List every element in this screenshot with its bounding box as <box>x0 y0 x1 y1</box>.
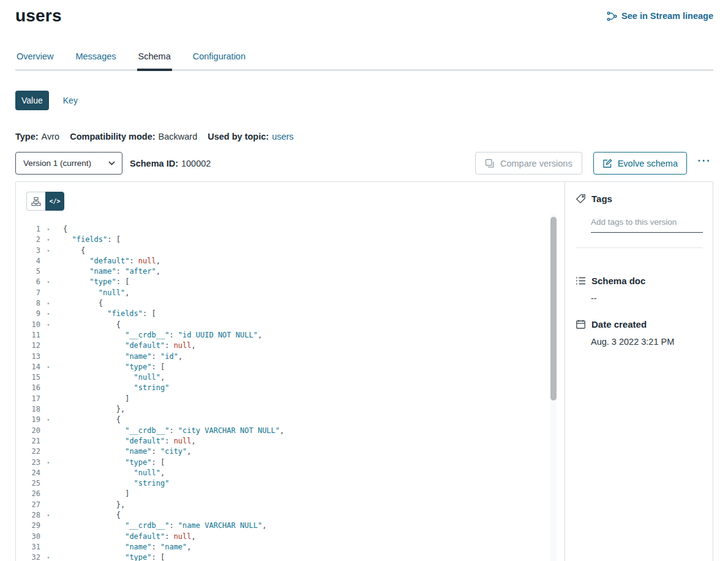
line-number: 17 <box>16 394 40 404</box>
line-number: 4 <box>16 256 40 266</box>
type-label: Type: <box>15 132 39 141</box>
code-text: ] <box>53 394 129 404</box>
code-line: 17 ] <box>16 394 565 404</box>
topic-link[interactable]: users <box>272 132 293 141</box>
page-header: users See in Stream lineage <box>15 0 713 27</box>
more-options-button[interactable]: ⋯ <box>694 154 713 173</box>
line-number: 6 <box>16 277 40 287</box>
code-text: "default": null, <box>53 532 196 542</box>
value-toggle-button[interactable]: Value <box>15 91 49 110</box>
code-line: 11 "__crdb__": "id UUID NOT NULL", <box>16 330 565 341</box>
tree-view-button[interactable] <box>26 192 45 211</box>
code-text: "__crdb__": "id UUID NOT NULL", <box>53 330 262 341</box>
fold-toggle-icon[interactable]: ▾ <box>43 309 53 319</box>
version-select[interactable]: Version 1 (current) <box>15 152 122 175</box>
code-line: 6▾ "type": [ <box>16 277 565 287</box>
tab-schema[interactable]: Schema <box>137 51 172 69</box>
code-text: "fields": [ <box>53 235 121 245</box>
fold-toggle-icon[interactable]: ▾ <box>43 320 53 330</box>
schema-id-label: Schema ID: <box>130 159 178 168</box>
code-line: 14▾ "type": [ <box>16 362 565 372</box>
fold-spacer <box>43 266 53 277</box>
tab-bar: Overview Messages Schema Configuration <box>15 51 713 71</box>
fold-toggle-icon[interactable]: ▾ <box>43 457 53 468</box>
line-number: 5 <box>16 266 40 277</box>
schema-doc-title: Schema doc <box>591 276 645 286</box>
fold-spacer <box>43 394 53 404</box>
compatibility-label: Compatibility mode: <box>70 132 155 141</box>
schema-doc-value: -- <box>591 293 703 303</box>
fold-spacer <box>43 352 53 362</box>
chevron-down-icon <box>108 161 115 165</box>
schema-meta: Type:Avro Compatibility mode:Backward Us… <box>15 132 713 141</box>
schema-doc-section: Schema doc -- <box>576 276 703 303</box>
line-number: 31 <box>16 542 40 552</box>
fold-toggle-icon[interactable]: ▾ <box>43 362 53 372</box>
code-text: "__crdb__": "city VARCHAR NOT NULL", <box>53 426 284 436</box>
fold-spacer <box>43 489 53 499</box>
version-select-value: Version 1 (current) <box>23 159 91 168</box>
code-text: { <box>53 298 103 309</box>
code-text: "string" <box>53 478 169 489</box>
code-line: 10▾ { <box>16 320 565 330</box>
date-created-value: Aug. 3 2022 3:21 PM <box>591 337 703 347</box>
fold-toggle-icon[interactable]: ▾ <box>43 552 53 561</box>
compatibility-value: Backward <box>159 132 198 141</box>
line-number: 25 <box>16 478 40 489</box>
code-line: 20 "__crdb__": "city VARCHAR NOT NULL", <box>16 426 565 436</box>
fold-toggle-icon[interactable]: ▾ <box>43 246 53 256</box>
scrollbar-thumb[interactable] <box>550 217 557 401</box>
line-number: 20 <box>16 426 40 436</box>
key-value-toggle: Value Key <box>15 91 713 110</box>
evolve-schema-button[interactable]: Evolve schema <box>593 152 687 175</box>
fold-spacer <box>43 542 53 552</box>
code-text: "name": "after", <box>53 266 160 277</box>
compare-versions-button[interactable]: Compare versions <box>475 152 582 175</box>
code-text: { <box>53 510 121 521</box>
tab-configuration[interactable]: Configuration <box>192 51 247 69</box>
code-text: }, <box>53 404 125 415</box>
topic-label: Used by topic: <box>208 132 269 141</box>
code-line: 4 "default": null, <box>16 256 565 266</box>
stream-lineage-link[interactable]: See in Stream lineage <box>607 11 713 21</box>
line-number: 3 <box>16 246 40 256</box>
code-text: "default": null, <box>53 436 196 446</box>
line-number: 27 <box>16 500 40 510</box>
code-text: "type": [ <box>53 457 165 468</box>
type-meta: Type:Avro <box>15 132 59 141</box>
code-line: 32▾ "type": [ <box>16 552 565 561</box>
code-line: 16 "string" <box>16 383 565 393</box>
fold-toggle-icon[interactable]: ▾ <box>43 235 53 245</box>
fold-toggle-icon[interactable]: ▾ <box>43 415 53 425</box>
code-text: "default": null, <box>53 341 196 351</box>
fold-toggle-icon[interactable]: ▾ <box>43 510 53 521</box>
code-line: 26 ] <box>16 489 565 499</box>
fold-spacer <box>43 383 53 393</box>
tags-input[interactable] <box>591 217 703 233</box>
code-text: "default": null, <box>53 256 160 266</box>
line-number: 1 <box>16 224 40 235</box>
fold-toggle-icon[interactable]: ▾ <box>43 224 53 235</box>
code-view-button[interactable]: </> <box>45 192 64 211</box>
code-text: { <box>53 320 121 330</box>
fold-toggle-icon[interactable]: ▾ <box>43 277 53 287</box>
code-line: 23▾ "type": [ <box>16 457 565 468</box>
tab-overview[interactable]: Overview <box>15 51 54 69</box>
schema-controls: Version 1 (current) Schema ID:100002 Com… <box>15 152 713 175</box>
code-line: 7 "null", <box>16 288 565 298</box>
code-text: ] <box>53 489 129 499</box>
stream-lineage-label: See in Stream lineage <box>621 11 713 21</box>
fold-spacer <box>43 256 53 266</box>
editor-view-toggle: </> <box>16 182 565 211</box>
line-number: 14 <box>16 362 40 372</box>
key-toggle-button[interactable]: Key <box>63 96 78 105</box>
line-number: 32 <box>16 552 40 561</box>
code-text: { <box>53 246 85 256</box>
editor-scrollbar[interactable] <box>550 214 557 561</box>
fold-toggle-icon[interactable]: ▾ <box>43 298 53 309</box>
code-line: 13 "name": "id", <box>16 352 565 362</box>
tab-messages[interactable]: Messages <box>74 51 117 69</box>
calendar-icon <box>576 319 586 329</box>
fold-spacer <box>43 468 53 478</box>
code-text: "null", <box>53 468 165 478</box>
